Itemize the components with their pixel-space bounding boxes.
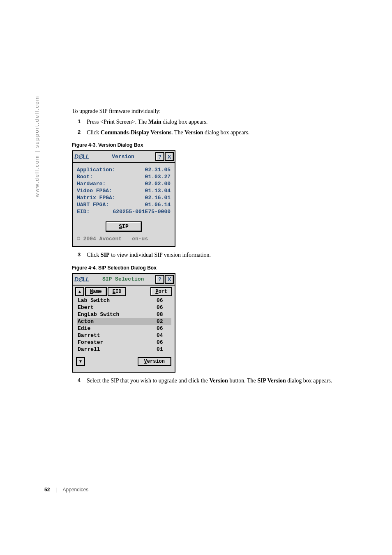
- version-row: Video FPGA:01.13.04: [77, 188, 171, 194]
- list-item[interactable]: Forester06: [77, 339, 171, 346]
- step-text: dialog box appears.: [286, 378, 332, 384]
- steps-lower: 4 Select the SIP that you wish to upgrad…: [72, 377, 364, 385]
- list-item-name: Darrell: [77, 346, 157, 352]
- sip-list: Lab Switch06Ebert06EngLab Switch08Acton0…: [73, 296, 175, 355]
- page-number: 52: [44, 487, 50, 493]
- version-key: UART FPGA:: [77, 202, 109, 208]
- list-item-name: EngLab Switch: [77, 311, 157, 318]
- name-tab[interactable]: Name: [85, 287, 107, 296]
- version-key: Matrix FPGA:: [77, 195, 115, 201]
- main-content: To upgrade SIP firmware individually: 1 …: [72, 108, 364, 390]
- steps-mid: 3 Click SIP to view individual SIP versi…: [72, 251, 364, 259]
- copyright-row: © 2004 Avocent en-us: [77, 236, 171, 242]
- list-item[interactable]: Edie06: [77, 325, 171, 332]
- list-item[interactable]: Barrett04: [77, 332, 171, 339]
- port-tab[interactable]: Port: [150, 287, 172, 296]
- tab-rest: ort: [158, 289, 167, 295]
- list-item-port: 02: [157, 318, 171, 325]
- step-bold: Version: [184, 129, 203, 136]
- copyright-text: © 2004 Avocent: [77, 236, 122, 242]
- step-text: button. The: [228, 378, 257, 384]
- sip-selection-bottom: ▼ Version: [73, 355, 175, 372]
- eid-tab[interactable]: EID: [108, 287, 127, 296]
- version-value: 02.31.05: [138, 167, 171, 173]
- step-4: 4 Select the SIP that you wish to upgrad…: [72, 377, 364, 385]
- list-item-port: 08: [157, 311, 171, 318]
- tab-rest: ame: [93, 289, 102, 295]
- version-key: Video FPGA:: [77, 188, 112, 194]
- version-key: Application:: [77, 167, 115, 173]
- column-tabs: ▲ Name EID Port: [73, 286, 175, 296]
- help-button[interactable]: ?: [155, 275, 164, 284]
- help-button[interactable]: ?: [155, 152, 164, 161]
- list-item-port: 06: [157, 325, 171, 332]
- step-1: 1 Press <Print Screen>. The Main dialog …: [72, 118, 364, 126]
- list-item[interactable]: Ebert06: [77, 304, 171, 311]
- step-text: . The: [171, 129, 184, 136]
- list-item-name: Lab Switch: [77, 297, 157, 304]
- eid-label: EID:: [77, 209, 90, 215]
- sip-button[interactable]: SIP: [106, 221, 141, 232]
- version-row: Hardware:02.02.00: [77, 181, 171, 187]
- scroll-down-button[interactable]: ▼: [76, 357, 85, 366]
- version-row: Application:02.31.05: [77, 167, 171, 173]
- version-key: Boot:: [77, 174, 93, 180]
- sip-selection-titlebar: D∅LL SIP Selection ? X: [73, 274, 175, 286]
- steps-upper: 1 Press <Print Screen>. The Main dialog …: [72, 118, 364, 136]
- step-text: Select the SIP that you wish to upgrade …: [87, 378, 209, 384]
- footer-separator: |: [56, 487, 58, 493]
- step-text: dialog box appears.: [161, 119, 208, 125]
- version-button[interactable]: Version: [138, 357, 171, 366]
- version-row: Boot:01.03.27: [77, 174, 171, 180]
- tab-rest: ID: [115, 289, 121, 295]
- version-dialog-title: Version: [91, 154, 155, 160]
- close-button[interactable]: X: [165, 152, 174, 161]
- step-text: Click: [87, 129, 101, 136]
- sip-selection-dialog: D∅LL SIP Selection ? X ▲ Name EID Port L…: [72, 273, 175, 373]
- figure-4-3-caption: Figure 4-3. Version Dialog Box: [72, 142, 364, 148]
- version-value: 01.06.14: [138, 202, 171, 208]
- list-item-name: Edie: [77, 325, 157, 332]
- version-dialog-titlebar: D∅LL Version ? X: [73, 151, 175, 163]
- list-item-name: Acton: [77, 318, 157, 325]
- step-3: 3 Click SIP to view individual SIP versi…: [72, 251, 364, 259]
- step-bold: SIP: [101, 252, 110, 258]
- page-footer: 52 | Appendices: [44, 487, 88, 493]
- intro-text: To upgrade SIP firmware individually:: [72, 108, 364, 115]
- tab-hotkey: E: [113, 289, 115, 295]
- step-text: Click: [87, 252, 101, 258]
- dell-logo: D∅LL: [74, 276, 89, 283]
- list-item-name: Ebert: [77, 304, 157, 311]
- dell-logo: D∅LL: [74, 153, 89, 160]
- scroll-up-button[interactable]: ▲: [75, 287, 84, 296]
- step-num: 1: [78, 118, 81, 125]
- version-row: Matrix FPGA:02.16.01: [77, 195, 171, 201]
- step-num: 3: [78, 251, 81, 258]
- eid-row: EID: 620255-001E75-0000: [77, 209, 171, 215]
- section-name: Appendices: [63, 487, 89, 493]
- sip-button-rest: IP: [122, 223, 129, 230]
- close-button[interactable]: X: [165, 275, 174, 284]
- list-item[interactable]: EngLab Switch08: [77, 311, 171, 318]
- step-bold: SIP Version: [257, 378, 286, 384]
- version-dialog: D∅LL Version ? X Application:02.31.05Boo…: [72, 150, 175, 247]
- step-num: 2: [78, 129, 81, 136]
- step-bold: Commands-Display Versions: [101, 129, 171, 136]
- version-button-rest: ersion: [147, 359, 165, 364]
- step-text: to view individual SIP version informati…: [110, 252, 211, 258]
- list-item[interactable]: Darrell01: [77, 346, 171, 353]
- list-item-port: 01: [157, 346, 171, 352]
- list-item-port: 06: [157, 339, 171, 345]
- version-row: UART FPGA:01.06.14: [77, 202, 171, 208]
- list-item-port: 04: [157, 332, 171, 339]
- list-item[interactable]: Acton02: [77, 318, 171, 325]
- list-item-name: Forester: [77, 339, 157, 345]
- step-2: 2 Click Commands-Display Versions. The V…: [72, 129, 364, 137]
- language-text: en-us: [126, 236, 148, 242]
- version-value: 01.03.27: [138, 174, 171, 180]
- step-text: Press <Print Screen>. The: [87, 119, 148, 125]
- list-item-port: 06: [157, 304, 171, 311]
- version-key: Hardware:: [77, 181, 106, 187]
- list-item[interactable]: Lab Switch06: [77, 297, 171, 304]
- version-value: 02.02.00: [138, 181, 171, 187]
